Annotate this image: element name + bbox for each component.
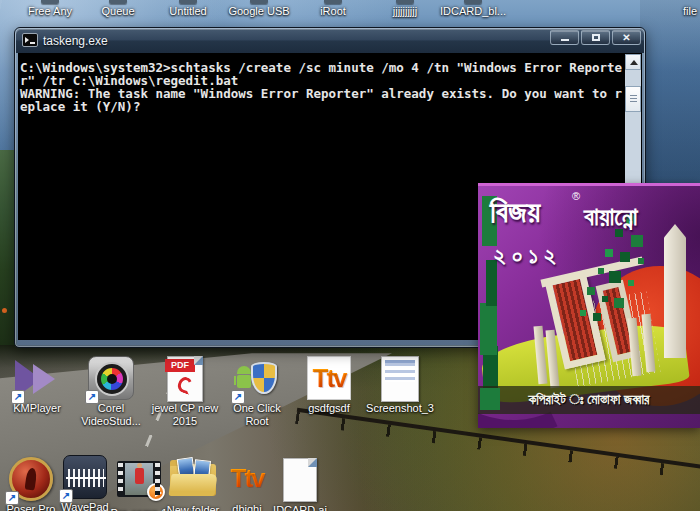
- window-titlebar[interactable]: taskeng.exe ✕: [16, 29, 644, 53]
- android-shield-icon: [233, 356, 281, 402]
- shortcut-arrow-icon: [85, 390, 99, 404]
- kmplayer-icon: [13, 356, 61, 402]
- ttv-text: Ttv: [308, 363, 350, 394]
- poster-brand-text2: বায়ান্নো: [584, 202, 638, 232]
- corel-videostudio-icon: [87, 356, 135, 402]
- poster-copyright: কপিরাইট ঃ মোস্তাফা জব্বার: [478, 386, 700, 414]
- cropped-icon: [179, 0, 197, 4]
- registered-mark: ®: [572, 190, 580, 202]
- pdf-document-icon: PDF: [161, 356, 209, 402]
- icon-label: IDCARD ai: [258, 504, 342, 511]
- shortcut-arrow-icon: [11, 390, 25, 404]
- cropped-icon: [109, 0, 127, 4]
- shortcut-arrow-icon: [5, 491, 19, 505]
- pdf-badge: PDF: [165, 359, 195, 372]
- pdf-logo-icon: [176, 375, 195, 395]
- console-app-icon: [22, 33, 38, 47]
- desktop-icon-corel[interactable]: Corel VideoStud...: [69, 356, 153, 428]
- cropped-icon: [324, 0, 342, 4]
- icon-label: IDCARD_bl...: [427, 5, 519, 18]
- bijoy-poster-image[interactable]: বিজয় ® বায়ান্নো ২ ০ ১ ২ কপিরাইট ঃ মোস্…: [478, 183, 700, 428]
- wallpaper-orange-dot: [2, 308, 7, 313]
- close-button[interactable]: ✕: [612, 30, 641, 45]
- icon-label: Corel VideoStud...: [69, 402, 153, 428]
- spreadsheet-file-icon: [376, 356, 424, 402]
- poster-green-blocks: [480, 388, 500, 410]
- desktop-icon-kmplayer[interactable]: KMPlayer: [0, 356, 79, 415]
- desktop-icon-idcard-ai[interactable]: IDCARD ai: [258, 458, 342, 511]
- shield-icon: [251, 362, 277, 394]
- window-title: taskeng.exe: [43, 34, 108, 48]
- minimize-button[interactable]: [550, 30, 579, 45]
- icon-label: Screenshot_3: [358, 402, 442, 415]
- poster-year: ২ ০ ১ ২: [478, 242, 700, 269]
- poster-brand-text: বিজয়: [490, 194, 540, 230]
- console-text: C:\Windows\system32>schtasks /create /sc…: [20, 61, 622, 113]
- document-file-icon: [276, 458, 324, 504]
- scrollbar-thumb[interactable]: [625, 86, 641, 112]
- console-line: eplace it (Y/N)?: [20, 100, 622, 113]
- desktop-icon-screenshot3[interactable]: Screenshot_3: [358, 356, 442, 415]
- close-icon: ✕: [613, 32, 640, 43]
- ttv-logo-icon: Ttv: [305, 356, 353, 402]
- maximize-icon: [592, 34, 600, 41]
- shortcut-arrow-icon: [59, 489, 73, 503]
- shortcut-arrow-icon: [231, 390, 245, 404]
- cropped-icon: [396, 0, 414, 4]
- minimize-icon: [561, 39, 569, 41]
- cropped-icon: [41, 0, 59, 4]
- icon-label: file: [644, 5, 700, 18]
- cropped-icon: [464, 0, 482, 4]
- maximize-button[interactable]: [581, 30, 610, 45]
- cropped-icon: [250, 0, 268, 4]
- scrollbar-up-arrow[interactable]: [625, 54, 641, 70]
